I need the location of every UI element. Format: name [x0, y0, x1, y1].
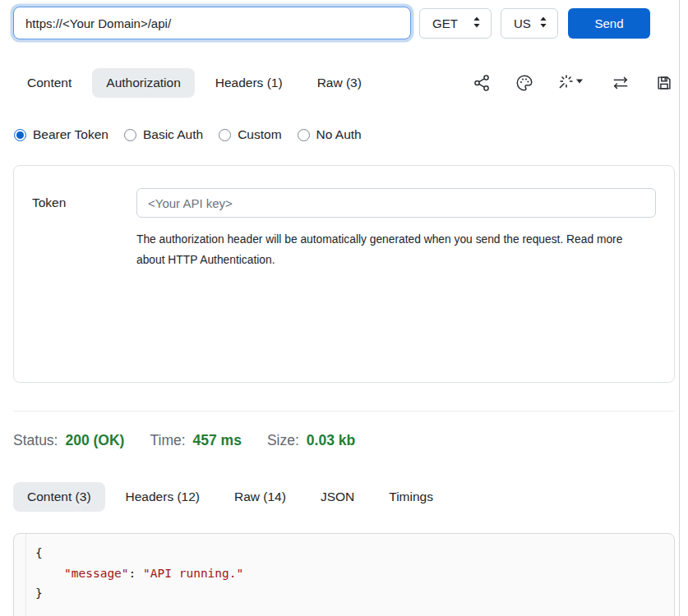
palette-icon[interactable]: [515, 74, 533, 92]
send-button[interactable]: Send: [568, 8, 650, 39]
response-tabs: Content (3) Headers (12) Raw (14) JSON T…: [13, 482, 675, 512]
resp-tab-timings[interactable]: Timings: [375, 482, 447, 512]
status-value: 200 (OK): [65, 432, 124, 449]
response-body: { "message": "API running." }: [13, 533, 675, 616]
auth-type-group: Bearer Token Basic Auth Custom No Auth: [13, 127, 675, 142]
resp-tab-raw[interactable]: Raw (14): [220, 482, 300, 512]
request-toolbar: [473, 74, 675, 92]
swap-arrows-icon[interactable]: [611, 74, 630, 92]
resp-tab-json[interactable]: JSON: [307, 482, 368, 512]
token-help-text: The authorization header will be automat…: [136, 229, 633, 270]
bearer-token-panel: Token The authorization header will be a…: [13, 165, 675, 383]
resp-tab-headers[interactable]: Headers (12): [112, 482, 214, 512]
region-select-value: US: [514, 16, 531, 30]
auth-option-no-auth[interactable]: No Auth: [298, 127, 362, 142]
tab-raw[interactable]: Raw (3): [303, 68, 376, 98]
radio-icon: [219, 129, 231, 141]
auth-option-basic-auth[interactable]: Basic Auth: [124, 127, 203, 142]
updown-caret-icon: [473, 16, 481, 30]
status-label: Status:: [13, 432, 58, 449]
updown-caret-icon: [539, 16, 547, 30]
response-status-bar: Status: 200 (OK) Time: 457 ms Size: 0.03…: [13, 432, 675, 449]
region-select[interactable]: US: [501, 8, 558, 39]
size-value: 0.03 kb: [307, 432, 355, 449]
request-tabs: Content Authorization Headers (1) Raw (3…: [13, 68, 376, 98]
api-tester-page: GET US Send Content Authorization Header…: [0, 0, 688, 616]
tab-authorization[interactable]: Authorization: [92, 68, 194, 98]
share-icon[interactable]: [473, 74, 491, 92]
radio-icon: [298, 129, 310, 141]
page-right-rule: [679, 0, 680, 616]
radio-icon: [124, 129, 136, 141]
request-tabs-row: Content Authorization Headers (1) Raw (3…: [13, 68, 675, 98]
time-value: 457 ms: [193, 432, 242, 449]
token-label: Token: [32, 195, 136, 210]
time-label: Time:: [150, 432, 185, 449]
method-select[interactable]: GET: [419, 8, 492, 39]
size-label: Size:: [267, 432, 299, 449]
resp-tab-content[interactable]: Content (3): [13, 482, 105, 512]
radio-selected-icon: [14, 129, 26, 141]
save-icon[interactable]: [655, 74, 673, 92]
auth-option-custom[interactable]: Custom: [219, 127, 281, 142]
section-divider: [13, 411, 675, 411]
code-gutter: [14, 534, 26, 616]
request-bar: GET US Send: [13, 7, 675, 39]
magic-wand-dropdown-icon[interactable]: [558, 74, 586, 92]
tab-headers[interactable]: Headers (1): [201, 68, 297, 98]
tab-content[interactable]: Content: [13, 68, 85, 98]
token-input[interactable]: [136, 188, 656, 218]
method-select-value: GET: [432, 16, 458, 30]
auth-option-bearer-token[interactable]: Bearer Token: [14, 127, 109, 142]
response-json: { "message": "API running." }: [26, 534, 243, 616]
url-input[interactable]: [13, 7, 411, 39]
